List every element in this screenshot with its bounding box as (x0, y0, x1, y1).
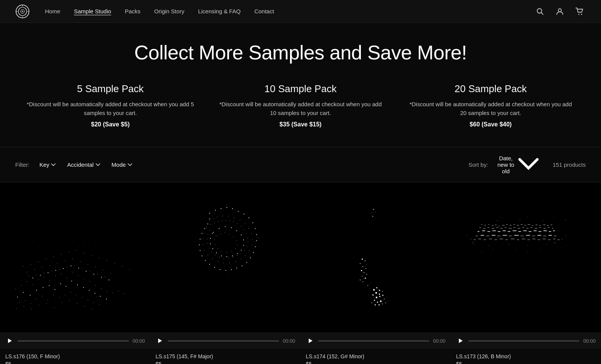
svg-rect-272 (361, 270, 362, 271)
svg-rect-241 (225, 233, 225, 233)
svg-rect-13 (0, 182, 150, 332)
svg-rect-275 (362, 276, 362, 276)
sort-label: Sort by: (468, 161, 488, 168)
logo[interactable] (15, 4, 30, 19)
play-icon (308, 338, 313, 343)
svg-rect-32 (118, 291, 119, 291)
product-name-ls176: LS.s176 (150, F Minor) (5, 353, 145, 359)
nav-origin-story[interactable]: Origin Story (154, 8, 184, 14)
sort-dropdown[interactable]: Date, new to old (492, 153, 543, 177)
product-card-ls173[interactable]: 00:00 LS.s173 (126, B Minor) $5 (451, 182, 601, 364)
search-button[interactable] (534, 5, 546, 18)
svg-rect-377 (484, 239, 486, 240)
product-card-ls174[interactable]: 00:00 LS.s174 (152, G# Minor) $5 (301, 182, 451, 364)
svg-rect-381 (505, 239, 508, 240)
svg-rect-168 (217, 217, 217, 217)
product-card-ls176[interactable]: 00:00 LS.s176 (150, F Minor) $5 (0, 182, 150, 364)
svg-rect-53 (36, 299, 37, 299)
svg-rect-350 (508, 231, 510, 232)
svg-rect-386 (532, 239, 535, 239)
product-card-ls175[interactable]: 00:00 LS.s175 (145, F# Major) $5 (150, 182, 300, 364)
user-button[interactable] (554, 5, 566, 18)
svg-rect-281 (379, 290, 380, 291)
svg-rect-263 (371, 213, 372, 213)
svg-rect-400 (527, 245, 528, 246)
svg-rect-200 (237, 224, 237, 224)
svg-rect-157 (205, 260, 206, 261)
play-button-ls175[interactable] (155, 337, 164, 345)
filter-accidental[interactable]: Accidental (63, 159, 104, 170)
svg-rect-111 (93, 274, 94, 275)
svg-rect-215 (212, 252, 212, 252)
svg-rect-309 (492, 225, 494, 226)
svg-rect-378 (489, 239, 492, 239)
svg-rect-365 (503, 235, 507, 236)
progress-bar-ls174[interactable] (318, 340, 430, 342)
svg-rect-367 (514, 235, 519, 236)
svg-rect-327 (483, 228, 486, 228)
svg-rect-43 (71, 281, 72, 281)
svg-rect-409 (527, 252, 528, 252)
svg-rect-384 (522, 239, 525, 239)
nav-contact[interactable]: Contact (254, 8, 274, 14)
cart-button[interactable] (574, 5, 586, 18)
svg-rect-123 (85, 306, 85, 307)
svg-rect-163 (204, 228, 205, 229)
svg-rect-71 (69, 252, 69, 252)
svg-rect-24 (72, 272, 73, 272)
svg-rect-349 (503, 230, 506, 231)
svg-rect-343 (552, 228, 553, 228)
play-button-ls176[interactable] (5, 337, 14, 345)
nav-licensing-faq[interactable]: Licensing & FAQ (198, 8, 241, 14)
svg-rect-211 (228, 258, 229, 258)
product-image-ls176 (0, 182, 150, 332)
chevron-down-icon (96, 163, 100, 167)
progress-bar-ls175[interactable] (168, 340, 279, 342)
filter-mode[interactable]: Mode (108, 159, 136, 170)
progress-bar-ls173[interactable] (468, 340, 580, 342)
svg-rect-150 (242, 265, 242, 266)
svg-rect-311 (498, 226, 500, 226)
svg-rect-100 (90, 271, 90, 271)
svg-rect-80 (27, 272, 27, 272)
svg-rect-68 (46, 259, 46, 259)
svg-rect-396 (565, 236, 566, 236)
svg-rect-138 (232, 208, 233, 209)
progress-bar-ls176[interactable] (18, 340, 129, 342)
svg-rect-155 (214, 267, 215, 268)
svg-rect-108 (71, 265, 71, 266)
svg-rect-173 (245, 224, 245, 224)
svg-rect-329 (492, 228, 494, 228)
svg-rect-176 (252, 239, 253, 239)
nav-sample-studio[interactable]: Sample Studio (74, 8, 111, 14)
svg-rect-393 (554, 243, 556, 243)
svg-rect-388 (543, 239, 546, 239)
svg-rect-249 (221, 251, 222, 251)
svg-rect-193 (210, 224, 211, 225)
play-button-ls174[interactable] (306, 337, 314, 345)
nav-home[interactable]: Home (45, 8, 60, 14)
svg-rect-205 (248, 242, 248, 242)
svg-rect-333 (509, 228, 512, 228)
svg-rect-128 (72, 240, 73, 241)
svg-rect-301 (369, 295, 369, 295)
svg-rect-219 (208, 234, 208, 235)
filter-key[interactable]: Key (36, 159, 60, 170)
svg-rect-209 (237, 255, 237, 255)
svg-rect-117 (39, 305, 39, 305)
svg-rect-264 (375, 212, 375, 212)
svg-rect-47 (95, 293, 95, 294)
svg-rect-355 (534, 230, 537, 231)
svg-rect-17 (32, 284, 33, 285)
pack-10-price: $35 (Save $15) (217, 121, 384, 128)
svg-rect-135 (215, 210, 216, 211)
nav-packs[interactable]: Packs (125, 8, 141, 14)
play-button-ls173[interactable] (456, 337, 465, 345)
svg-rect-156 (209, 264, 210, 265)
svg-rect-18 (38, 279, 38, 280)
svg-rect-197 (226, 220, 226, 220)
svg-rect-190 (204, 233, 205, 233)
svg-rect-67 (38, 262, 38, 262)
svg-rect-254 (196, 241, 196, 242)
svg-rect-165 (209, 219, 210, 219)
